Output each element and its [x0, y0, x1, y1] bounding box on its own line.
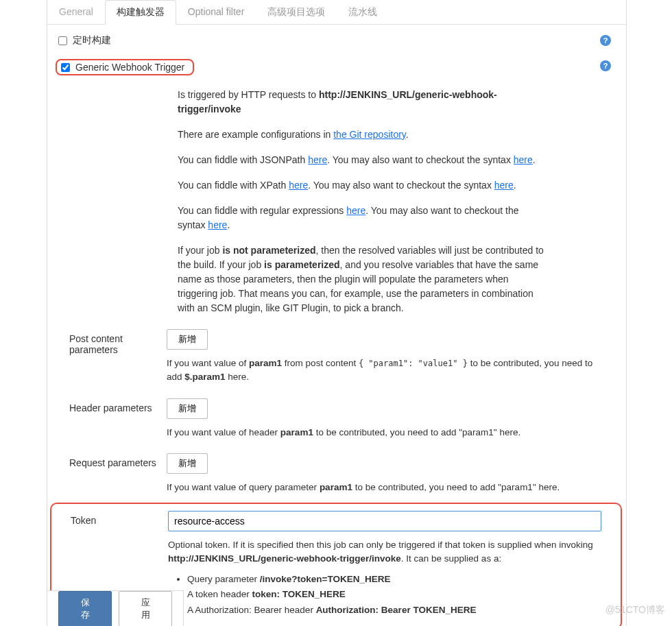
post-params-label: Post content parameters — [58, 329, 167, 355]
jsonpath-syntax-link[interactable]: here — [514, 154, 533, 165]
text: is parameterized — [264, 259, 340, 270]
tab-optional-filter[interactable]: Optional filter — [176, 0, 256, 24]
row-post-params: Post content parameters 新增 If you want v… — [58, 329, 615, 385]
text: . — [514, 180, 516, 191]
text: Is triggered by HTTP requests to — [178, 89, 319, 100]
row-header-params: Header parameters 新增 If you want value o… — [58, 398, 615, 440]
list-item: A token header token: TOKEN_HERE — [187, 587, 601, 603]
tab-general[interactable]: General — [47, 0, 105, 24]
scheduled-build-label: 定时构建 — [73, 34, 111, 47]
text: . — [227, 219, 230, 230]
watermark: @51CTO博客 — [605, 604, 665, 616]
post-params-add-button[interactable]: 新增 — [167, 329, 208, 350]
text: You can fiddle with JSONPath — [178, 154, 308, 165]
xpath-link[interactable]: here — [289, 180, 308, 191]
list-item: Query parameter /invoke?token=TOKEN_HERE — [187, 572, 601, 588]
scheduled-build-checkbox[interactable] — [58, 36, 67, 45]
token-label: Token — [60, 511, 168, 526]
header-params-label: Header parameters — [58, 398, 167, 413]
git-repo-link[interactable]: the Git repository — [333, 129, 406, 140]
row-scheduled-build: 定时构建 ? — [58, 32, 615, 49]
jsonpath-link[interactable]: here — [308, 154, 327, 165]
text: . You may also want to checkout the synt… — [308, 180, 494, 191]
header-params-add-button[interactable]: 新增 — [167, 398, 208, 419]
request-params-label: Request parameters — [58, 453, 167, 468]
token-input[interactable] — [168, 511, 601, 531]
description-section: Is triggered by HTTP requests to http://… — [178, 88, 548, 315]
post-params-hint: If you want value of param1 from post co… — [167, 357, 603, 385]
text: You can fiddle with regular expressions — [178, 205, 346, 216]
text: There are example configurations in — [178, 129, 333, 140]
regex-syntax-link[interactable]: here — [208, 219, 227, 230]
request-params-hint: If you want value of query parameter par… — [167, 481, 603, 494]
webhook-label: Generic Webhook Trigger — [75, 62, 184, 73]
list-item: A Authorization: Bearer header Authoriza… — [187, 603, 601, 618]
row-request-params: Request parameters 新增 If you want value … — [58, 453, 615, 494]
save-button[interactable]: 保存 — [58, 591, 112, 627]
text: . You may also want to checkout the synt… — [327, 154, 514, 165]
tab-pipeline[interactable]: 流水线 — [337, 0, 389, 24]
header-params-hint: If you want value of header param1 to be… — [167, 426, 603, 440]
help-icon[interactable]: ? — [600, 35, 611, 46]
apply-button[interactable]: 应用 — [119, 591, 172, 627]
text: If your job — [178, 245, 222, 256]
bottom-action-bar: 保存 应用 — [47, 590, 184, 626]
token-supply-list: Query parameter /invoke?token=TOKEN_HERE… — [187, 572, 601, 619]
text: is not parameterized — [222, 245, 315, 256]
tab-advanced-options[interactable]: 高级项目选项 — [256, 0, 337, 24]
webhook-checkbox[interactable] — [61, 63, 70, 72]
token-hint: Optional token. If it is specified then … — [168, 538, 601, 566]
tabs-bar: General 构建触发器 Optional filter 高级项目选项 流水线 — [47, 0, 626, 25]
request-params-add-button[interactable]: 新增 — [167, 453, 208, 474]
xpath-syntax-link[interactable]: here — [494, 180, 514, 191]
row-generic-webhook: Generic Webhook Trigger ? — [58, 53, 615, 78]
text: . — [533, 154, 536, 165]
text: You can fiddle with XPath — [178, 180, 289, 191]
tab-build-triggers[interactable]: 构建触发器 — [105, 0, 176, 25]
regex-link[interactable]: here — [346, 205, 365, 216]
help-icon[interactable]: ? — [600, 60, 611, 71]
